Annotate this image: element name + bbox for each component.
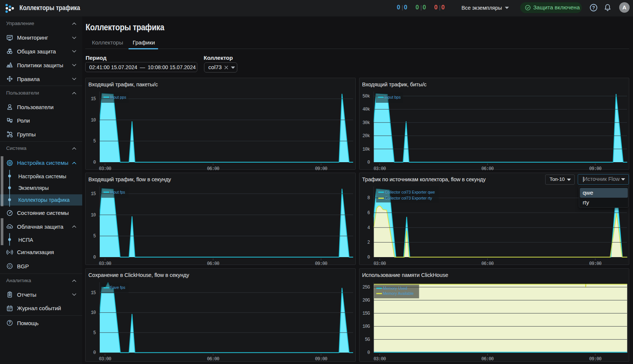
svg-text:50k: 50k [362, 94, 370, 99]
svg-text:15: 15 [91, 192, 96, 197]
svg-text:06:00: 06:00 [481, 261, 494, 265]
svg-text:09:00: 09:00 [589, 357, 601, 362]
svg-text:06:00: 06:00 [481, 166, 494, 170]
svg-text:5: 5 [93, 330, 96, 336]
svg-text:06:00: 06:00 [207, 166, 219, 170]
svg-text:06:00: 06:00 [207, 261, 219, 265]
svg-text:0: 0 [367, 160, 370, 165]
svg-text:15: 15 [91, 96, 96, 102]
svg-text:Collector col73 Exporter qwe: Collector col73 Exporter qwe [385, 190, 435, 194]
svg-text:5: 5 [93, 139, 96, 144]
svg-text:Input fps: Input fps [110, 190, 125, 194]
svg-text:09:00: 09:00 [315, 166, 327, 170]
svg-text:?: ? [592, 5, 595, 10]
svg-text:03:00: 03:00 [99, 357, 111, 362]
svg-text:06:00: 06:00 [207, 357, 219, 362]
svg-text:15: 15 [91, 290, 96, 296]
svg-text:03:00: 03:00 [373, 261, 386, 265]
svg-text:Memory Available: Memory Available [383, 291, 414, 296]
svg-text:03:00: 03:00 [99, 261, 111, 265]
svg-text:09:00: 09:00 [589, 166, 601, 170]
svg-text:10k: 10k [362, 147, 370, 152]
svg-text:8: 8 [367, 196, 370, 201]
svg-text:06:00: 06:00 [481, 357, 494, 362]
svg-text:4: 4 [367, 225, 370, 231]
svg-text:20G: 20G [362, 298, 370, 303]
svg-text:09:00: 09:00 [315, 261, 327, 265]
svg-text:03:00: 03:00 [373, 357, 386, 362]
svg-text:10: 10 [91, 310, 96, 315]
svg-text:0: 0 [367, 255, 370, 260]
svg-text:03:00: 03:00 [373, 166, 386, 170]
svg-text:15G: 15G [362, 311, 370, 316]
svg-text:09:00: 09:00 [589, 261, 601, 265]
svg-text:25G: 25G [362, 285, 370, 290]
svg-text:Input pps: Input pps [110, 95, 126, 99]
svg-text:Save fps: Save fps [110, 286, 126, 290]
svg-text:10G: 10G [362, 324, 370, 329]
svg-text:2: 2 [367, 240, 370, 246]
svg-text:Memory Used: Memory Used [383, 286, 407, 290]
svg-text:0: 0 [93, 160, 96, 165]
svg-text:10: 10 [91, 213, 96, 218]
svg-text:10: 10 [91, 118, 96, 123]
svg-text:6: 6 [367, 210, 370, 216]
svg-text:Collector col73 Exporter rty: Collector col73 Exporter rty [385, 196, 432, 200]
svg-text:0: 0 [93, 350, 96, 355]
svg-text:30k: 30k [362, 120, 370, 126]
svg-text:Input bps: Input bps [385, 95, 401, 99]
svg-text:09:00: 09:00 [315, 357, 327, 362]
svg-text:0: 0 [367, 350, 370, 355]
svg-text:5: 5 [93, 234, 96, 239]
svg-text:03:00: 03:00 [99, 166, 111, 170]
svg-text:40k: 40k [362, 107, 370, 112]
svg-text:?: ? [9, 321, 11, 325]
svg-text:5G: 5G [365, 337, 370, 342]
svg-text:0: 0 [93, 255, 96, 260]
svg-text:20k: 20k [362, 133, 370, 139]
